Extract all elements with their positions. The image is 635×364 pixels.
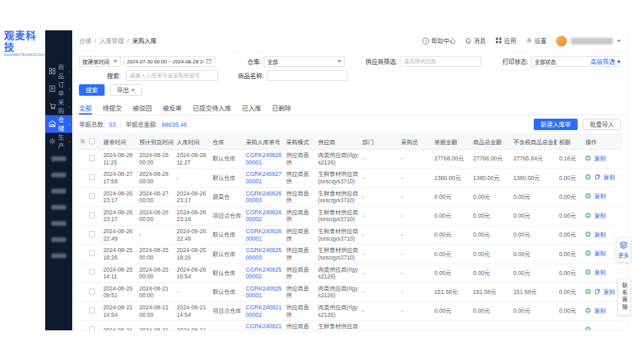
status-tab[interactable]: 已提交待入库: [193, 102, 231, 115]
supplier-filter-input[interactable]: [404, 59, 478, 65]
contact-support-tab[interactable]: 联系客服: [617, 278, 631, 315]
order-no-link[interactable]: CGRK24082600002: [246, 209, 281, 223]
copy-link[interactable]: 复制: [595, 269, 606, 276]
row-checkbox[interactable]: [89, 193, 95, 199]
print-icon[interactable]: [585, 269, 591, 277]
status-tab[interactable]: 已删除: [272, 102, 292, 115]
cell-notax-total: 0.00元: [512, 302, 557, 321]
cell-expand[interactable]: [78, 282, 87, 301]
print-icon[interactable]: [585, 212, 591, 220]
cell-expand[interactable]: [78, 321, 87, 330]
copy-link[interactable]: 复制: [595, 193, 606, 200]
print-icon[interactable]: [585, 155, 591, 163]
cell-expand[interactable]: [78, 302, 87, 321]
sidebar-item-products[interactable]: 商品 ›: [45, 63, 72, 80]
copy-link[interactable]: 复制: [595, 250, 606, 257]
search-input[interactable]: [130, 73, 215, 79]
copy-link[interactable]: 复制: [595, 212, 606, 219]
row-checkbox[interactable]: [89, 231, 95, 237]
row-checkbox[interactable]: [89, 250, 95, 256]
print-icon[interactable]: [585, 307, 591, 315]
print-icon[interactable]: [585, 326, 591, 330]
time-type-value: 按建单时间: [82, 58, 111, 65]
create-inbound-button[interactable]: 新建入库单: [534, 119, 578, 130]
help-center-button[interactable]: ? 帮助中心: [422, 36, 455, 45]
apps-button[interactable]: 应用: [495, 36, 516, 45]
row-checkbox[interactable]: [89, 326, 95, 330]
row-checkbox[interactable]: [89, 155, 95, 161]
order-no-link[interactable]: CGRK24082500002: [246, 266, 281, 280]
breadcrumb-item[interactable]: 仓储: [79, 36, 91, 45]
sidebar-item-redacted[interactable]: [45, 247, 72, 264]
cell-expand[interactable]: [78, 245, 87, 264]
order-no-link[interactable]: CGRK24082100002: [246, 304, 281, 318]
sidebar-item-redacted[interactable]: [45, 166, 72, 183]
print-icon[interactable]: [585, 289, 591, 297]
order-no-link[interactable]: CGRK24082600003: [246, 190, 281, 204]
print-icon[interactable]: [585, 250, 591, 258]
status-tab[interactable]: 全部: [79, 102, 92, 115]
copy-link[interactable]: 复制: [595, 307, 606, 314]
copy-link[interactable]: 复制: [595, 155, 606, 162]
cell-expand[interactable]: [78, 226, 87, 245]
sidebar-item-redacted[interactable]: [45, 215, 72, 231]
sidebar-item-production[interactable]: 生产 ›: [45, 133, 72, 150]
row-checkbox[interactable]: [89, 212, 95, 218]
export-button[interactable]: 导出: [110, 84, 142, 96]
row-checkbox[interactable]: [89, 174, 95, 180]
status-tab[interactable]: 被驳回: [133, 102, 153, 115]
share-icon[interactable]: [595, 289, 601, 297]
print-icon[interactable]: [585, 231, 591, 239]
order-no-link[interactable]: CGRK24082600001: [246, 228, 281, 242]
sidebar-item-redacted[interactable]: [45, 199, 72, 215]
sidebar-item-purchasing[interactable]: 采购 ›: [45, 98, 72, 115]
settings-button[interactable]: 设置: [526, 36, 547, 45]
row-checkbox[interactable]: [89, 307, 95, 313]
order-no-link[interactable]: CGRK24082700001: [246, 171, 281, 185]
copy-link[interactable]: 复制: [603, 174, 615, 181]
cell-warehouse: 默认仓库: [211, 245, 244, 264]
table-container: 建单时间 预计到货时间 入库时间 仓库 采购入库单号 采购模式 供应商 部门 采…: [72, 133, 628, 330]
row-checkbox[interactable]: [89, 269, 95, 275]
user-avatar[interactable]: [556, 36, 567, 47]
sidebar-item-redacted[interactable]: [45, 231, 72, 247]
cell-amount: 27766.00元: [433, 150, 471, 169]
advanced-filter-link[interactable]: 高级筛选: [590, 57, 621, 66]
cell-expand[interactable]: [78, 264, 87, 282]
user-menu-caret-icon[interactable]: [617, 40, 621, 42]
status-tab[interactable]: 待提交: [103, 102, 122, 115]
sidebar-item-orders[interactable]: 订单 ›: [45, 80, 72, 98]
copy-link[interactable]: 复制: [603, 289, 615, 295]
sidebar-item-warehouse[interactable]: 仓储 ›: [45, 115, 72, 133]
order-no-link[interactable]: CGRK24082500001: [246, 285, 281, 299]
cell-expand[interactable]: [78, 150, 87, 169]
batch-import-button[interactable]: 批量导入: [583, 119, 621, 130]
order-no-link[interactable]: CGRK24082100001: [246, 323, 281, 330]
status-tab[interactable]: 已入库: [242, 102, 262, 115]
print-icon[interactable]: [585, 193, 591, 201]
sidebar: 商品 › 订单 › 采购 › 仓储 › 生产 ›: [45, 30, 72, 330]
more-widget-button[interactable]: 更多: [616, 237, 631, 262]
order-no-link[interactable]: CGRK24082800001: [246, 152, 281, 166]
sidebar-item-redacted[interactable]: [45, 183, 72, 199]
row-checkbox[interactable]: [89, 289, 95, 295]
expand-all-header[interactable]: [78, 134, 87, 150]
date-range-picker[interactable]: 2024-07-30 00:00 ~ 2024-08-28 24:00: [123, 56, 215, 67]
time-type-select[interactable]: 按建单时间: [79, 56, 121, 67]
cell-inbound: 2024-08-21 14:54: [175, 302, 211, 321]
cell-expand[interactable]: [78, 206, 87, 225]
cell-expand[interactable]: [78, 187, 87, 206]
select-all-checkbox[interactable]: [89, 138, 95, 144]
search-button[interactable]: 搜索: [79, 84, 105, 96]
print-icon[interactable]: [585, 174, 591, 182]
share-icon[interactable]: [595, 174, 601, 182]
copy-link[interactable]: 复制: [595, 231, 606, 238]
sidebar-item-redacted[interactable]: [45, 150, 72, 166]
product-name-input[interactable]: [270, 73, 344, 79]
status-tab[interactable]: 被反审: [163, 102, 182, 115]
breadcrumb-item[interactable]: 入库管理: [100, 36, 124, 45]
order-no-link[interactable]: CGRK24082500003: [246, 247, 281, 261]
messages-button[interactable]: 消息: [465, 36, 486, 45]
cell-expand[interactable]: [78, 169, 87, 187]
warehouse-select[interactable]: 全部: [264, 56, 345, 67]
